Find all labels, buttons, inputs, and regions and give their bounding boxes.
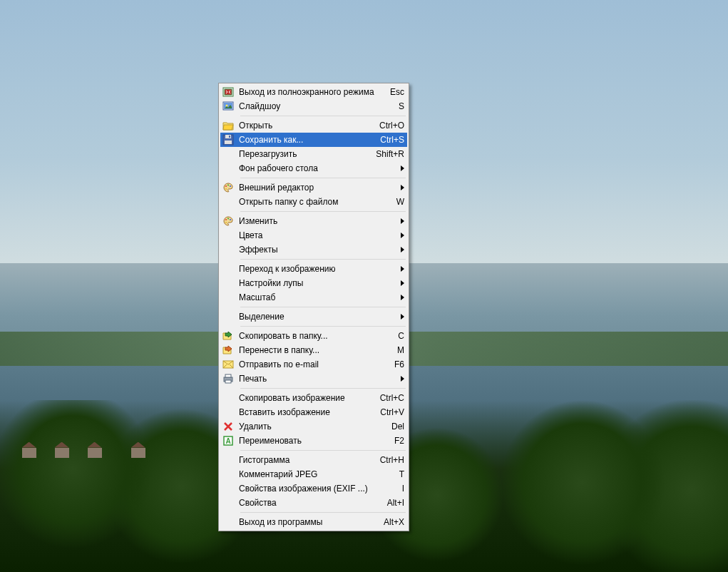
menu-item-label: Свойства изображения (EXIF ...) bbox=[239, 484, 396, 494]
menu-item-shortcut: M bbox=[391, 345, 404, 355]
svg-point-10 bbox=[227, 185, 229, 186]
menu-item[interactable]: Печать bbox=[220, 372, 407, 386]
menu-item[interactable]: Фон рабочего стола bbox=[220, 161, 407, 175]
menu-item-shortcut: Del bbox=[386, 422, 404, 431]
slideshow-icon bbox=[222, 101, 235, 112]
menu-item-label: Перезагрузить bbox=[239, 149, 370, 159]
menu-separator bbox=[240, 388, 406, 389]
menu-separator bbox=[240, 450, 406, 451]
menu-item-label: Переход к изображению bbox=[239, 264, 396, 274]
menu-item-label: Выделение bbox=[239, 312, 396, 322]
menu-item[interactable]: Свойства изображения (EXIF ...)I bbox=[220, 481, 407, 496]
submenu-arrow-icon bbox=[401, 247, 404, 252]
menu-item[interactable]: Перенести в папку...M bbox=[220, 343, 407, 357]
menu-item-shortcut: Ctrl+O bbox=[374, 121, 404, 131]
menu-item-label: Скопировать в папку... bbox=[239, 331, 392, 341]
menu-item[interactable]: Скопировать в папку...C bbox=[220, 329, 407, 343]
svg-point-12 bbox=[225, 188, 227, 190]
save-icon bbox=[222, 134, 235, 145]
menu-item[interactable]: ПерезагрузитьShift+R bbox=[220, 147, 407, 161]
menu-separator bbox=[240, 259, 406, 260]
blank-icon bbox=[222, 292, 235, 303]
submenu-arrow-icon bbox=[401, 266, 404, 272]
menu-item[interactable]: Сохранить как...Ctrl+S bbox=[220, 133, 407, 147]
moveto-icon bbox=[222, 344, 235, 356]
menu-item[interactable]: Эффекты bbox=[220, 242, 407, 257]
blank-icon bbox=[222, 497, 235, 509]
submenu-arrow-icon bbox=[401, 280, 404, 286]
menu-item[interactable]: СвойстваAlt+I bbox=[220, 496, 407, 510]
menu-item[interactable]: Вставить изображениеCtrl+V bbox=[220, 405, 407, 419]
menu-item[interactable]: Комментарий JPEGT bbox=[220, 467, 407, 481]
menu-item-label: Сохранить как... bbox=[239, 135, 374, 145]
menu-item-label: Отправить по e-mail bbox=[239, 359, 389, 369]
menu-item-label: Свойства bbox=[239, 498, 381, 508]
menu-item-label: Гистограмма bbox=[239, 455, 374, 465]
submenu-arrow-icon bbox=[401, 218, 404, 224]
menu-item-label: Скопировать изображение bbox=[239, 393, 374, 403]
menu-item[interactable]: Выход из полноэкранного режимаEsc bbox=[220, 85, 407, 99]
svg-rect-19 bbox=[225, 374, 231, 377]
context-menu[interactable]: Выход из полноэкранного режимаEscСлайдшо… bbox=[218, 83, 409, 531]
menu-separator bbox=[240, 178, 406, 178]
menu-item-shortcut: Ctrl+C bbox=[374, 393, 404, 403]
menu-item[interactable]: Отправить по e-mailF6 bbox=[220, 357, 407, 372]
menu-separator bbox=[240, 211, 406, 212]
menu-item-label: Удалить bbox=[239, 422, 386, 431]
menu-item-shortcut: F2 bbox=[389, 436, 404, 446]
menu-item-shortcut: I bbox=[396, 484, 404, 494]
menu-item-label: Масштаб bbox=[239, 292, 396, 302]
svg-rect-20 bbox=[225, 380, 231, 383]
menu-item-label: Открыть папку с файлом bbox=[239, 197, 391, 207]
palette-icon bbox=[222, 182, 235, 193]
menu-item[interactable]: ГистограммаCtrl+H bbox=[220, 453, 407, 467]
rename-icon: A bbox=[222, 435, 235, 446]
svg-point-9 bbox=[225, 185, 227, 187]
menu-item[interactable]: Изменить bbox=[220, 214, 407, 228]
blank-icon bbox=[222, 311, 235, 322]
blank-icon bbox=[222, 196, 235, 208]
blank-icon bbox=[222, 277, 235, 289]
menu-item[interactable]: Выделение bbox=[220, 310, 407, 324]
menu-item[interactable]: Внешний редактор bbox=[220, 180, 407, 195]
menu-item[interactable]: Настройки лупы bbox=[220, 276, 407, 290]
menu-item[interactable]: Скопировать изображениеCtrl+C bbox=[220, 391, 407, 405]
menu-item-label: Комментарий JPEG bbox=[239, 469, 394, 479]
menu-item[interactable]: AПереименоватьF2 bbox=[220, 434, 407, 448]
email-icon bbox=[222, 359, 235, 370]
menu-item[interactable]: Переход к изображению bbox=[220, 262, 407, 276]
submenu-arrow-icon bbox=[401, 233, 404, 238]
copyto-icon bbox=[222, 330, 235, 342]
svg-text:A: A bbox=[225, 437, 230, 445]
menu-item-label: Печать bbox=[239, 374, 396, 384]
menu-item[interactable]: Открыть папку с файломW bbox=[220, 195, 407, 209]
menu-separator bbox=[240, 326, 406, 327]
svg-point-14 bbox=[227, 218, 229, 220]
svg-point-15 bbox=[230, 219, 231, 220]
blank-icon bbox=[222, 163, 235, 174]
menu-item-label: Перенести в папку... bbox=[239, 345, 391, 355]
blank-icon bbox=[222, 516, 235, 528]
menu-item[interactable]: СлайдшоуS bbox=[220, 99, 407, 113]
menu-separator bbox=[240, 116, 406, 116]
print-icon bbox=[222, 373, 235, 384]
submenu-arrow-icon bbox=[401, 295, 404, 300]
menu-item-shortcut: F6 bbox=[389, 359, 404, 369]
menu-item[interactable]: Выход из программыAlt+X bbox=[220, 515, 407, 529]
menu-item-label: Внешний редактор bbox=[239, 183, 396, 193]
menu-item-label: Настройки лупы bbox=[239, 278, 396, 288]
menu-item-shortcut: Shift+R bbox=[370, 149, 404, 159]
submenu-arrow-icon bbox=[401, 165, 404, 171]
menu-separator bbox=[240, 307, 406, 307]
menu-item-shortcut: Ctrl+S bbox=[374, 135, 404, 145]
menu-item[interactable]: ОткрытьCtrl+O bbox=[220, 118, 407, 133]
menu-item[interactable]: УдалитьDel bbox=[220, 419, 407, 434]
palette-icon bbox=[222, 215, 235, 227]
submenu-arrow-icon bbox=[401, 314, 404, 320]
blank-icon bbox=[222, 230, 235, 241]
menu-item[interactable]: Масштаб bbox=[220, 290, 407, 305]
blank-icon bbox=[222, 454, 235, 466]
svg-point-16 bbox=[225, 222, 227, 223]
menu-item-label: Выход из программы bbox=[239, 517, 378, 527]
menu-item[interactable]: Цвета bbox=[220, 228, 407, 242]
